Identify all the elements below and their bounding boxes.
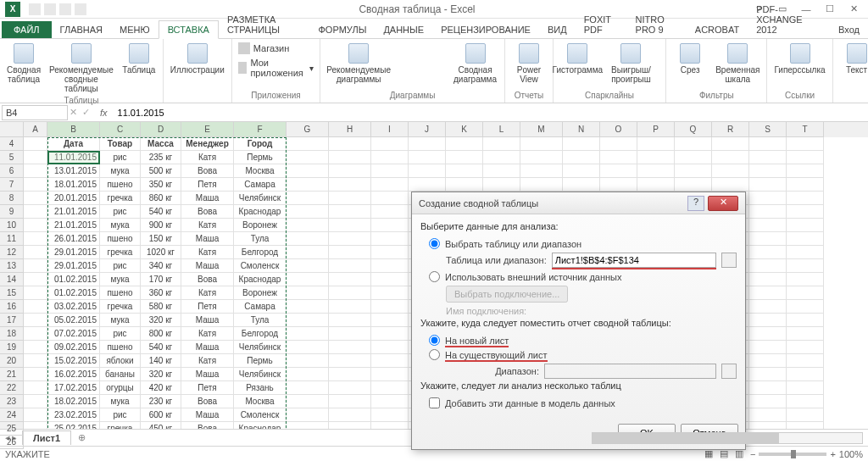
store-button[interactable]: Магазин — [237, 42, 290, 55]
cell[interactable]: 340 кг — [141, 259, 181, 273]
cell[interactable] — [329, 259, 371, 273]
cell[interactable]: 26.01.2015 — [47, 232, 100, 246]
cell[interactable] — [371, 422, 409, 429]
cell[interactable] — [287, 368, 329, 381]
column-header[interactable]: R — [712, 122, 749, 137]
cell[interactable] — [787, 341, 824, 354]
row-header[interactable]: 12 — [0, 246, 24, 259]
cell[interactable]: 450 кг — [141, 422, 181, 429]
cell[interactable]: 900 кг — [141, 219, 181, 232]
cell[interactable]: Менеджер — [181, 137, 234, 151]
cell[interactable]: яблоки — [100, 354, 141, 368]
cell[interactable] — [329, 354, 371, 368]
rec-charts-button[interactable]: Рекомендуемые диаграммы — [326, 42, 392, 86]
cell[interactable]: 25.02.2015 — [47, 422, 100, 429]
cell[interactable]: 03.02.2015 — [47, 300, 100, 314]
cell[interactable]: мука — [100, 164, 141, 178]
opt-external-source[interactable] — [429, 271, 440, 282]
cell[interactable] — [371, 273, 409, 286]
ribbon-tab[interactable]: ACROBAT — [687, 21, 748, 38]
cell[interactable] — [371, 219, 409, 232]
file-tab[interactable]: ФАЙЛ — [2, 21, 52, 38]
cell[interactable]: 13.01.2015 — [47, 164, 100, 178]
cell[interactable]: Город — [234, 137, 287, 151]
cell[interactable]: Воронеж — [234, 286, 287, 300]
cell[interactable] — [409, 137, 446, 151]
cell[interactable]: 350 кг — [141, 178, 181, 192]
cell[interactable] — [483, 137, 520, 151]
cell[interactable]: бананы — [100, 368, 141, 381]
cell[interactable] — [371, 137, 409, 151]
cell[interactable]: Самара — [234, 178, 287, 192]
cell[interactable] — [787, 314, 824, 327]
cell[interactable] — [329, 327, 371, 341]
cell[interactable] — [371, 246, 409, 259]
column-header[interactable]: H — [329, 122, 371, 137]
opt-existing-sheet[interactable] — [429, 349, 440, 360]
cell[interactable]: Петя — [181, 381, 234, 395]
cell[interactable] — [787, 151, 824, 164]
row-header[interactable]: 5 — [0, 151, 24, 164]
cell[interactable]: Смоленск — [234, 259, 287, 273]
cell[interactable] — [749, 178, 787, 192]
cell[interactable]: Воронеж — [234, 219, 287, 232]
cell[interactable]: 29.01.2015 — [47, 246, 100, 259]
cell[interactable] — [409, 164, 446, 178]
cell[interactable] — [329, 300, 371, 314]
row-header[interactable]: 14 — [0, 273, 24, 286]
cell[interactable] — [371, 286, 409, 300]
cell[interactable] — [749, 354, 787, 368]
cell[interactable]: рис — [100, 408, 141, 422]
cell[interactable] — [409, 178, 446, 192]
cell[interactable]: Маша — [181, 192, 234, 205]
ribbon-tab[interactable]: ДАННЫЕ — [375, 21, 432, 38]
cell[interactable] — [749, 408, 787, 422]
recommended-pivot-button[interactable]: Рекомендуемые сводные таблицы — [47, 42, 115, 95]
formula-bar[interactable] — [118, 108, 868, 118]
cell[interactable]: Пермь — [234, 354, 287, 368]
cell[interactable] — [371, 314, 409, 327]
ribbon-tab[interactable]: ГЛАВНАЯ — [52, 21, 111, 38]
cell[interactable] — [749, 341, 787, 354]
cell[interactable] — [24, 354, 47, 368]
cell[interactable] — [24, 327, 47, 341]
cell[interactable] — [675, 178, 712, 192]
cell[interactable] — [24, 164, 47, 178]
cell[interactable] — [563, 151, 600, 164]
cell[interactable]: 29.01.2015 — [47, 259, 100, 273]
ribbon-tab[interactable]: Меню — [111, 21, 159, 38]
cell[interactable]: Челябинск — [234, 341, 287, 354]
cell[interactable]: огурцы — [100, 381, 141, 395]
cell[interactable] — [520, 164, 563, 178]
timeline-button[interactable]: Временная шкала — [714, 42, 761, 86]
cell[interactable]: 150 кг — [141, 232, 181, 246]
cell[interactable] — [563, 137, 600, 151]
cell[interactable] — [749, 164, 787, 178]
row-header[interactable]: 20 — [0, 354, 24, 368]
row-header[interactable]: 11 — [0, 232, 24, 246]
cell[interactable] — [371, 381, 409, 395]
range-ref-button[interactable] — [721, 253, 737, 268]
ribbon-tab[interactable]: ФОРМУЛЫ — [310, 21, 376, 38]
cell[interactable] — [371, 164, 409, 178]
cell[interactable]: 320 кг — [141, 368, 181, 381]
cell[interactable]: Катя — [181, 327, 234, 341]
cell[interactable] — [749, 368, 787, 381]
cell[interactable] — [24, 151, 47, 164]
cell[interactable]: Катя — [181, 246, 234, 259]
cell[interactable] — [287, 395, 329, 408]
cell[interactable]: пшено — [100, 286, 141, 300]
cell[interactable] — [787, 422, 824, 429]
cell[interactable] — [329, 422, 371, 429]
cell[interactable] — [446, 151, 483, 164]
dest-ref-button[interactable] — [721, 364, 737, 379]
cell[interactable]: Москва — [234, 395, 287, 408]
cell[interactable] — [675, 164, 712, 178]
cell[interactable] — [787, 273, 824, 286]
cell[interactable]: мука — [100, 395, 141, 408]
cell[interactable] — [787, 408, 824, 422]
cell[interactable] — [24, 246, 47, 259]
cell[interactable]: Тула — [234, 314, 287, 327]
cell[interactable] — [749, 246, 787, 259]
powerview-button[interactable]: Power View — [510, 42, 548, 86]
